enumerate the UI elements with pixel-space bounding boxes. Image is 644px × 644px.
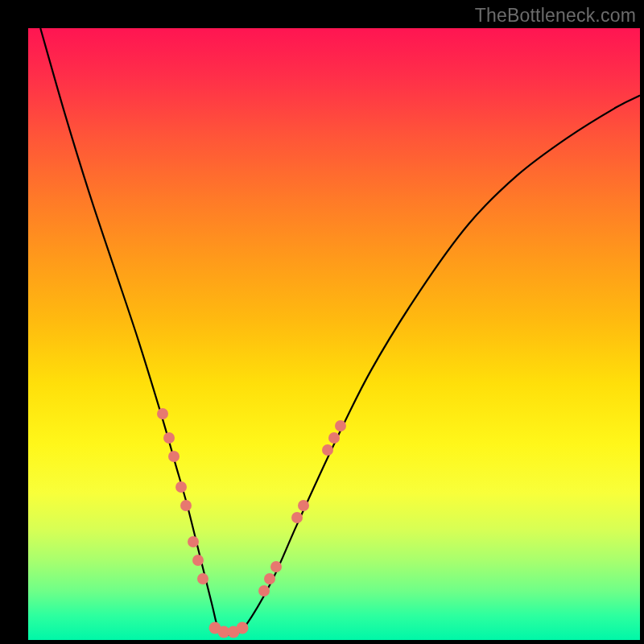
data-point-right-cluster-4 xyxy=(291,512,303,523)
data-point-right-cluster-8 xyxy=(335,420,346,431)
data-point-left-cluster-4 xyxy=(175,481,187,493)
data-point-left-cluster-6 xyxy=(188,536,199,547)
data-point-left-cluster-1 xyxy=(157,408,168,419)
data-point-left-cluster-3 xyxy=(168,451,180,462)
data-point-right-cluster-1 xyxy=(258,585,270,597)
data-point-left-cluster-8 xyxy=(197,573,208,584)
data-point-left-cluster-5 xyxy=(180,500,192,511)
data-point-left-cluster-7 xyxy=(192,555,204,566)
data-point-right-cluster-3 xyxy=(270,561,282,572)
data-point-right-cluster-5 xyxy=(298,500,309,511)
chart-stage: TheBottleneck.com xyxy=(0,0,644,644)
data-point-right-cluster-7 xyxy=(328,432,340,444)
data-point-left-cluster-2 xyxy=(163,432,175,444)
data-point-right-cluster-6 xyxy=(322,444,333,456)
bottleneck-curve xyxy=(28,28,640,640)
watermark-text: TheBottleneck.com xyxy=(475,5,636,27)
plot-area xyxy=(28,28,640,640)
data-point-bottom-4 xyxy=(237,621,249,634)
data-point-right-cluster-2 xyxy=(264,573,275,584)
